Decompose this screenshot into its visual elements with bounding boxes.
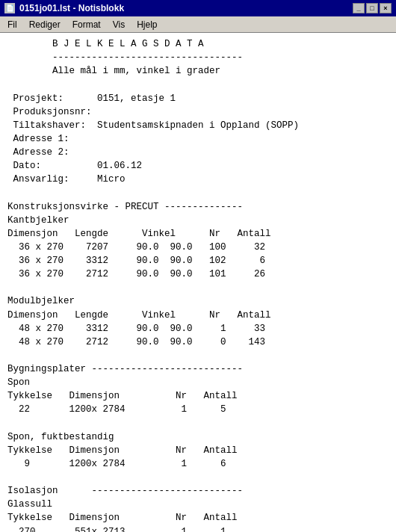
title-bar-buttons: _ □ ×: [353, 3, 392, 13]
close-button[interactable]: ×: [380, 3, 392, 13]
menu-vis[interactable]: Vis: [108, 18, 129, 31]
window-icon: 📄: [4, 3, 15, 13]
menu-fil[interactable]: Fil: [3, 18, 22, 31]
menu-hjelp[interactable]: Hjelp: [132, 18, 161, 31]
menu-format[interactable]: Format: [68, 18, 105, 31]
menu-rediger[interactable]: Rediger: [25, 18, 65, 31]
title-bar: 📄 0151jo01.lst - Notisblokk _ □ ×: [0, 0, 396, 16]
minimize-button[interactable]: _: [353, 3, 365, 13]
title-bar-left: 📄 0151jo01.lst - Notisblokk: [4, 3, 124, 13]
text-content: B J E L K E L A G S D A T A ------------…: [0, 33, 396, 532]
main-window: 📄 0151jo01.lst - Notisblokk _ □ × Fil Re…: [0, 0, 396, 532]
menu-bar: Fil Rediger Format Vis Hjelp: [0, 16, 396, 33]
window-title: 0151jo01.lst - Notisblokk: [19, 3, 124, 13]
maximize-button[interactable]: □: [366, 3, 378, 13]
